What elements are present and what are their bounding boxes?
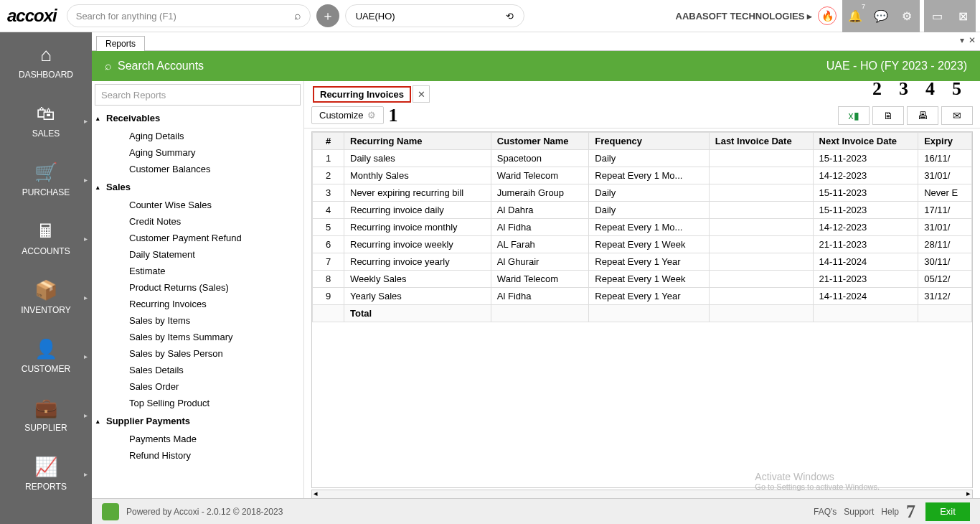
reports-tree[interactable]: ReceivablesAging DetailsAging SummaryCus… [92, 108, 303, 524]
tree-item[interactable]: Payments Made [92, 431, 303, 447]
reports-search-input[interactable]: Search Reports [95, 84, 301, 106]
tree-item[interactable]: Customer Payment Refund [92, 230, 303, 246]
tree-item[interactable]: Sales Order [92, 378, 303, 395]
tree-item[interactable]: Sales by Sales Person [92, 345, 303, 362]
customize-button[interactable]: Customize ⚙ [311, 106, 384, 124]
minimize-icon[interactable]: ▭ [924, 0, 950, 32]
window-actions: 🔔7 💬 ⚙ ▭ ⊠ [842, 0, 976, 32]
tree-item[interactable]: Product Returns (Sales) [92, 279, 303, 296]
footer-link-faqs[interactable]: FAQ's [814, 507, 837, 517]
calculator-icon: 🖩 [37, 220, 55, 243]
module-tab-reports[interactable]: Reports [96, 36, 145, 51]
col-header[interactable]: Customer Name [491, 133, 588, 150]
nav-label: DASHBOARD [19, 70, 73, 80]
tab-recurring-invoices[interactable]: Recurring Invoices [313, 86, 411, 103]
chevron-right-icon: ▸ [84, 294, 88, 301]
tree-item[interactable]: Credit Notes [92, 213, 303, 230]
close-icon[interactable]: ✕ [969, 35, 976, 45]
tree-item[interactable]: Top Selling Product [92, 395, 303, 411]
col-header[interactable]: # [313, 133, 344, 150]
search-placeholder: Search for anything (F1) [76, 11, 176, 22]
alert-icon[interactable]: 🔥 [818, 6, 837, 25]
chevron-right-icon: ▸ [84, 411, 88, 419]
nav-accounts[interactable]: 🖩ACCOUNTS▸ [0, 209, 92, 268]
footer-logo-icon [102, 503, 119, 520]
tree-item[interactable]: Sales by Items [92, 312, 303, 329]
logo: accoxi [4, 6, 61, 26]
location-value: UAE(HO) [356, 11, 395, 22]
col-header[interactable]: Next Invoice Date [813, 133, 918, 150]
chart-icon: 📈 [34, 456, 57, 478]
tree-item[interactable]: Sales Details [92, 362, 303, 378]
table-row[interactable]: 4Recurring invoice dailyAl DahraDaily15-… [313, 202, 972, 219]
table-row[interactable]: 5Recurring invoice monthlyAl FidhaRepeat… [313, 219, 972, 236]
home-icon: ⌂ [40, 44, 52, 66]
callout-row: 2 3 4 5 [872, 78, 961, 100]
tree-item[interactable]: Counter Wise Sales [92, 197, 303, 213]
nav-rail: ⌂DASHBOARD 🛍SALES▸ 🛒PURCHASE▸ 🖩ACCOUNTS▸… [0, 32, 92, 524]
chevron-right-icon: ▸ [84, 235, 88, 243]
chevron-right-icon: ▸ [84, 352, 88, 360]
location-selector[interactable]: UAE(HO) ⟲ [345, 4, 524, 27]
section-header: ⌕ Search Accounts UAE - HO (FY 2023 - 20… [92, 51, 980, 81]
col-header[interactable]: Frequency [589, 133, 709, 150]
search-icon: ⌕ [294, 9, 301, 22]
nav-inventory[interactable]: 📦INVENTORY▸ [0, 268, 92, 327]
callout-3: 3 [899, 78, 908, 100]
export-pdf-button[interactable]: 🗎 [872, 106, 904, 125]
tree-item[interactable]: Estimate [92, 263, 303, 279]
nav-customer[interactable]: 👤CUSTOMER▸ [0, 327, 92, 385]
section-title[interactable]: Search Accounts [118, 60, 204, 72]
nav-reports[interactable]: 📈REPORTS▸ [0, 444, 92, 503]
report-tab-strip: Recurring Invoices ✕ 2 3 4 5 [313, 81, 980, 103]
export-excel-button[interactable]: x▮ [838, 106, 870, 125]
table-row[interactable]: 2Monthly SalesWarid TelecomRepeat Every … [313, 167, 972, 184]
tree-item[interactable]: Aging Details [92, 128, 303, 144]
close-icon[interactable]: ⊠ [950, 0, 976, 32]
table-row[interactable]: 3Never expiring recurring billJumeraih G… [313, 184, 972, 202]
col-header[interactable]: Recurring Name [344, 133, 491, 150]
report-toolbar: Customize ⚙ 1 x▮ 🗎 🖶 ✉ [304, 103, 980, 128]
footer-link-support[interactable]: Support [844, 507, 874, 517]
table-row[interactable]: 9Yearly SalesAl FidhaRepeat Every 1 Year… [313, 288, 972, 305]
table-row[interactable]: 6Recurring invoice weeklyAL FarahRepeat … [313, 236, 972, 253]
tree-item[interactable]: Refund History [92, 447, 303, 464]
exit-button[interactable]: Exit [925, 502, 970, 521]
data-grid[interactable]: #Recurring NameCustomer NameFrequencyLas… [311, 131, 973, 488]
briefcase-icon: 💼 [34, 397, 57, 419]
email-button[interactable]: ✉ [941, 106, 973, 125]
tree-item[interactable]: Sales by Items Summary [92, 329, 303, 345]
tree-group[interactable]: Supplier Payments [92, 411, 303, 431]
tree-item[interactable]: Recurring Invoices [92, 296, 303, 312]
table-row[interactable]: 7Recurring invoice yearlyAl GhurairRepea… [313, 253, 972, 271]
bag-icon: 🛍 [37, 103, 55, 125]
global-search[interactable]: Search for anything (F1) ⌕ [67, 4, 311, 27]
tab-close-icon[interactable]: ✕ [413, 85, 430, 103]
tree-item[interactable]: Customer Balances [92, 161, 303, 177]
report-content: Recurring Invoices ✕ 2 3 4 5 Customize ⚙… [304, 81, 980, 524]
nav-supplier[interactable]: 💼SUPPLIER▸ [0, 385, 92, 444]
print-button[interactable]: 🖶 [907, 106, 938, 125]
company-name[interactable]: AABASOFT TECHNOLOGIES ▸ [676, 11, 812, 22]
tree-item[interactable]: Aging Summary [92, 144, 303, 161]
nav-label: INVENTORY [21, 305, 71, 315]
tree-item[interactable]: Daily Statement [92, 246, 303, 263]
col-header[interactable]: Expiry [918, 133, 972, 150]
tree-group[interactable]: Receivables [92, 108, 303, 128]
gear-icon[interactable]: ⚙ [894, 0, 920, 32]
chat-icon[interactable]: 💬 [868, 0, 894, 32]
nav-purchase[interactable]: 🛒PURCHASE▸ [0, 150, 92, 209]
pin-icon[interactable]: ▾ [960, 35, 964, 45]
main: Reports ▾ ✕ ⌕ Search Accounts UAE - HO (… [92, 32, 980, 524]
tree-group[interactable]: Sales [92, 177, 303, 197]
table-row[interactable]: 1Daily salesSpacetoonDaily15-11-202316/1… [313, 150, 972, 167]
chevron-right-icon: ▸ [84, 470, 88, 478]
bell-icon[interactable]: 🔔7 [842, 0, 868, 32]
nav-sales[interactable]: 🛍SALES▸ [0, 91, 92, 150]
add-button[interactable]: ＋ [316, 4, 339, 27]
col-header[interactable]: Last Invoice Date [709, 133, 813, 150]
nav-dashboard[interactable]: ⌂DASHBOARD [0, 32, 92, 91]
inventory-icon: 📦 [34, 279, 57, 301]
table-row[interactable]: 8Weekly SalesWarid TelecomRepeat Every 1… [313, 271, 972, 288]
footer-link-help[interactable]: Help [881, 507, 899, 517]
